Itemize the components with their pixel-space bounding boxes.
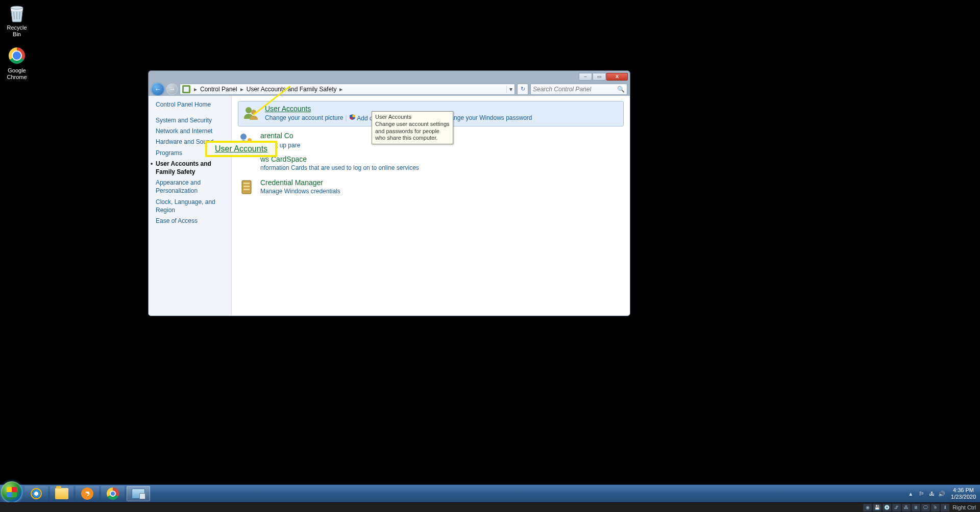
category-credential-manager: Credential Manager Manage Windows creden… — [238, 178, 624, 196]
taskbar-ie[interactable] — [24, 486, 48, 501]
sidebar-link-ease-of-access[interactable]: Ease of Access — [156, 217, 231, 225]
vm-indicator-icon[interactable]: 🖱 — [931, 504, 940, 511]
sidebar-link-user-accounts[interactable]: User Accounts and Family Safety — [156, 160, 231, 176]
search-icon[interactable]: 🔍 — [617, 86, 625, 93]
main-pane: User Accounts Change your account pictur… — [232, 96, 630, 316]
breadcrumb-arrow-icon[interactable]: ▸ — [338, 86, 344, 93]
sidebar-link-clock-lang-region[interactable]: Clock, Language, and Region — [156, 198, 231, 214]
titlebar[interactable]: – ▭ X — [149, 71, 630, 82]
control-panel-window: – ▭ X ← → ▸ Control Panel ▸ User Account… — [148, 70, 630, 316]
svg-rect-6 — [243, 183, 250, 184]
callout-user-accounts: User Accounts — [205, 141, 277, 157]
folder-icon — [55, 488, 68, 499]
desktop-icon-recycle-bin[interactable]: Recycle Bin — [2, 2, 32, 37]
address-bar-icon — [182, 85, 190, 93]
sidebar-link-system-security[interactable]: System and Security — [156, 116, 231, 124]
maximize-button[interactable]: ▭ — [593, 73, 606, 81]
tooltip-user-accounts: User Accounts Change user account settin… — [372, 111, 453, 144]
start-button[interactable] — [1, 481, 22, 503]
cardspace-heading-link[interactable]: ws CardSpace — [260, 155, 624, 163]
minimize-button[interactable]: – — [579, 73, 592, 81]
vm-indicator-icon[interactable]: ⬇ — [941, 504, 949, 511]
desktop-label: Google Chrome — [2, 67, 32, 80]
side-nav: Control Panel Home System and Security N… — [149, 96, 232, 316]
svg-rect-7 — [243, 186, 250, 187]
change-windows-password-link[interactable]: Change your Windows password — [443, 114, 532, 121]
change-account-picture-link[interactable]: Change your account picture — [265, 114, 343, 121]
chrome-icon — [107, 488, 119, 500]
media-player-icon — [81, 488, 93, 500]
taskbar-chrome[interactable] — [101, 486, 125, 501]
svg-rect-8 — [243, 189, 250, 190]
taskbar-control-panel[interactable] — [127, 486, 150, 501]
vm-indicator-icon[interactable]: 🖵 — [921, 504, 930, 511]
svg-point-1 — [246, 107, 252, 113]
vm-indicator-icon[interactable]: ◉ — [863, 504, 872, 511]
svg-point-3 — [240, 134, 247, 140]
ie-icon — [31, 488, 42, 499]
breadcrumb-user-accounts[interactable]: User Accounts and Family Safety — [245, 86, 338, 93]
nav-back-button[interactable]: ← — [151, 83, 164, 96]
credential-manager-icon — [238, 178, 255, 196]
vm-indicator-icon[interactable]: 🖧 — [902, 504, 911, 511]
taskbar: ▲ 🏳 🖧 🔊 4:36 PM 1/23/2020 — [0, 484, 980, 502]
show-hidden-icons-button[interactable]: ▲ — [905, 491, 916, 497]
volume-icon[interactable]: 🔊 — [938, 490, 946, 498]
control-panel-icon — [132, 489, 145, 499]
clock-time: 4:36 PM — [951, 487, 976, 494]
user-accounts-icon — [242, 105, 260, 122]
callout-label: User Accounts — [215, 144, 267, 153]
tooltip-title: User Accounts — [375, 114, 450, 121]
action-center-icon[interactable]: 🏳 — [917, 490, 925, 498]
breadcrumb-arrow-icon[interactable]: ▸ — [192, 86, 199, 93]
taskbar-file-explorer[interactable] — [50, 486, 74, 501]
vm-status-bar: ◉ 💾 💿 🖇 🖧 🖥 🖵 🖱 ⬇ Right Ctrl — [0, 502, 980, 512]
nav-row: ← → ▸ Control Panel ▸ User Accounts and … — [149, 82, 630, 96]
desktop-label: Recycle Bin — [2, 24, 32, 37]
shield-icon — [349, 114, 356, 120]
vm-indicator-icon[interactable]: 💿 — [883, 504, 891, 511]
address-dropdown-button[interactable]: ▾ — [506, 86, 514, 93]
close-button[interactable]: X — [606, 73, 628, 81]
chrome-icon — [6, 45, 28, 66]
vm-host-key-label: Right Ctrl — [950, 504, 978, 510]
network-icon[interactable]: 🖧 — [927, 490, 936, 498]
recycle-bin-icon — [6, 2, 28, 23]
cardspace-sublink[interactable]: nformation Cards that are used to log on… — [260, 164, 419, 171]
search-box[interactable]: 🔍 — [530, 84, 627, 95]
manage-credentials-link[interactable]: Manage Windows credentials — [260, 188, 340, 195]
category-windows-cardspace: ws CardSpace nformation Cards that are u… — [238, 155, 624, 172]
sidebar-link-network-internet[interactable]: Network and Internet — [156, 127, 231, 135]
sidebar-link-appearance[interactable]: Appearance and Personalization — [156, 178, 231, 195]
control-panel-home-link[interactable]: Control Panel Home — [156, 101, 231, 108]
address-bar[interactable]: ▸ Control Panel ▸ User Accounts and Fami… — [180, 84, 515, 95]
vm-indicator-icon[interactable]: 💾 — [873, 504, 881, 511]
search-input[interactable] — [533, 86, 617, 93]
breadcrumb-arrow-icon[interactable]: ▸ — [239, 86, 245, 93]
taskbar-media-player[interactable] — [76, 486, 99, 501]
refresh-button[interactable]: ↻ — [517, 84, 528, 95]
nav-forward-button[interactable]: → — [166, 84, 178, 95]
vm-indicator-icon[interactable]: 🖇 — [892, 504, 901, 511]
desktop-icon-google-chrome[interactable]: Google Chrome — [2, 45, 32, 80]
credential-manager-heading-link[interactable]: Credential Manager — [260, 178, 624, 187]
tooltip-body: Change user account settings and passwor… — [375, 121, 450, 142]
clock[interactable]: 4:36 PM 1/23/2020 — [947, 487, 980, 500]
vm-indicator-icon[interactable]: 🖥 — [912, 504, 920, 511]
svg-point-0 — [11, 6, 23, 9]
system-tray: ▲ 🏳 🖧 🔊 4:36 PM 1/23/2020 — [905, 485, 980, 502]
breadcrumb-control-panel[interactable]: Control Panel — [199, 86, 239, 93]
clock-date: 1/23/2020 — [951, 494, 976, 500]
